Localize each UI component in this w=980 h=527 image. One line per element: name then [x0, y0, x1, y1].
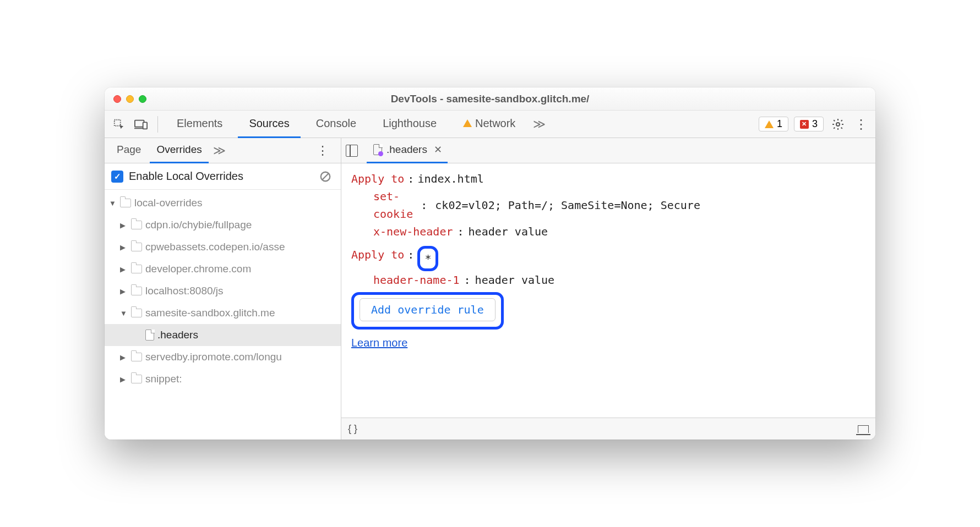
tab-sources[interactable]: Sources: [238, 111, 300, 138]
clear-overrides-icon[interactable]: [317, 168, 334, 185]
settings-gear-icon[interactable]: [829, 116, 847, 133]
tree-folder[interactable]: ▶servedby.ipromote.com/longu: [105, 346, 341, 368]
header-name[interactable]: set- cookie: [373, 188, 413, 223]
navigator-subtabs: Page Overrides ≫ ⋮: [105, 138, 341, 163]
kebab-menu-icon[interactable]: ⋮: [852, 116, 870, 133]
devtools-window: DevTools - samesite-sandbox.glitch.me/ E…: [105, 87, 875, 440]
disclosure-triangle-icon: ▶: [120, 353, 128, 361]
tree-folder[interactable]: ▶cdpn.io/chybie/fullpage: [105, 214, 341, 236]
minimize-window-button[interactable]: [126, 95, 134, 103]
panel-body: Page Overrides ≫ ⋮ ✓ Enable Local Overri…: [105, 138, 875, 440]
header-pair: x-new-header: header value: [351, 223, 865, 240]
header-value[interactable]: header value: [469, 223, 548, 240]
more-subtabs-chevron-icon[interactable]: ≫: [211, 144, 228, 158]
tree-folder[interactable]: ▶cpwebassets.codepen.io/asse: [105, 236, 341, 258]
warnings-badge[interactable]: 1: [759, 117, 788, 131]
subtab-page[interactable]: Page: [110, 138, 148, 163]
file-icon: [145, 330, 154, 341]
header-pair: set- cookie : ck02=vl02; Path=/; SameSit…: [351, 188, 865, 223]
tree-folder[interactable]: ▶developer.chrome.com: [105, 258, 341, 280]
tab-console[interactable]: Console: [305, 111, 367, 138]
tree-file-headers[interactable]: .headers: [105, 324, 341, 346]
toolbar-right: 1 ✕ 3 ⋮: [759, 116, 870, 133]
editor-tab-headers[interactable]: .headers ✕: [367, 138, 448, 163]
header-value[interactable]: header value: [475, 271, 555, 289]
close-window-button[interactable]: [113, 95, 121, 103]
inspect-element-icon[interactable]: [110, 116, 128, 133]
folder-icon: [131, 221, 142, 229]
learn-more-link[interactable]: Learn more: [351, 337, 407, 349]
tree-root[interactable]: ▼ local-overrides: [105, 192, 341, 214]
tree-root-label: local-overrides: [134, 197, 203, 209]
svg-point-3: [836, 123, 840, 126]
apply-to-keyword: Apply to: [351, 246, 404, 264]
toggle-navigator-icon[interactable]: [346, 145, 358, 157]
errors-count: 3: [812, 118, 818, 130]
warning-icon: [765, 120, 774, 128]
tree-folder[interactable]: ▶snippet:: [105, 368, 341, 390]
apply-to-target[interactable]: index.html: [417, 170, 483, 188]
add-override-rule-button[interactable]: Add override rule: [360, 298, 496, 321]
tree-item-label: cdpn.io/chybie/fullpage: [145, 219, 252, 231]
errors-badge[interactable]: ✕ 3: [794, 117, 824, 131]
editor-status-bar: { }: [341, 418, 875, 440]
disclosure-triangle-icon: ▼: [120, 309, 128, 317]
more-tabs-chevron-icon[interactable]: ≫: [531, 117, 548, 131]
editor-tabbar: .headers ✕: [341, 138, 875, 163]
folder-icon: [131, 287, 142, 295]
warning-icon: [463, 119, 472, 127]
tree-item-label: developer.chrome.com: [145, 263, 251, 275]
tab-elements[interactable]: Elements: [166, 111, 233, 138]
separator: [157, 116, 158, 133]
enable-overrides-checkbox[interactable]: ✓: [111, 171, 123, 183]
overrides-tree: ▼ local-overrides ▶cdpn.io/chybie/fullpa…: [105, 190, 341, 440]
folder-icon: [131, 265, 142, 273]
apply-to-row: Apply to: *: [351, 246, 865, 271]
device-toolbar-icon[interactable]: [132, 116, 150, 133]
folder-icon: [120, 199, 131, 207]
folder-icon: [131, 243, 142, 251]
folder-icon: [131, 353, 142, 361]
close-tab-icon[interactable]: ✕: [432, 144, 444, 156]
folder-icon: [131, 309, 142, 317]
apply-to-row: Apply to: index.html: [351, 170, 865, 188]
tree-folder[interactable]: ▼samesite-sandbox.glitch.me: [105, 302, 341, 324]
disclosure-triangle-icon: ▶: [120, 375, 128, 383]
navigator-sidebar: Page Overrides ≫ ⋮ ✓ Enable Local Overri…: [105, 138, 341, 440]
headers-editor-content[interactable]: Apply to: index.html set- cookie : ck02=…: [341, 163, 875, 418]
tree-folder[interactable]: ▶localhost:8080/js: [105, 280, 341, 302]
disclosure-triangle-icon: ▼: [109, 199, 117, 207]
tab-lighthouse[interactable]: Lighthouse: [372, 111, 448, 138]
navigator-kebab-icon[interactable]: ⋮: [310, 144, 335, 158]
tree-item-label: snippet:: [145, 373, 182, 385]
disclosure-triangle-icon: ▶: [120, 221, 128, 229]
header-name[interactable]: x-new-header: [373, 223, 453, 240]
titlebar: DevTools - samesite-sandbox.glitch.me/: [105, 87, 875, 111]
window-title: DevTools - samesite-sandbox.glitch.me/: [105, 93, 875, 105]
file-modified-icon: [373, 144, 382, 155]
error-icon: ✕: [800, 120, 809, 129]
folder-icon: [131, 375, 142, 383]
tree-file-label: .headers: [157, 329, 198, 341]
drawer-toggle-icon[interactable]: [858, 425, 869, 433]
disclosure-triangle-icon: ▶: [120, 287, 128, 295]
disclosure-triangle-icon: ▶: [120, 243, 128, 251]
pretty-print-braces-icon[interactable]: { }: [348, 423, 357, 435]
warnings-count: 1: [777, 118, 782, 130]
disclosure-triangle-icon: ▶: [120, 265, 128, 273]
editor-panel: .headers ✕ Apply to: index.html set- coo…: [341, 138, 875, 440]
enable-overrides-row: ✓ Enable Local Overrides: [105, 163, 341, 190]
header-pair: header-name-1: header value: [351, 271, 865, 289]
zoom-window-button[interactable]: [139, 95, 146, 103]
subtab-overrides[interactable]: Overrides: [150, 138, 208, 163]
apply-to-keyword: Apply to: [351, 170, 404, 188]
tab-network[interactable]: Network: [452, 111, 526, 138]
main-toolbar: Elements Sources Console Lighthouse Netw…: [105, 111, 875, 138]
apply-to-target[interactable]: *: [424, 252, 431, 265]
tab-network-label: Network: [475, 117, 515, 130]
editor-tab-label: .headers: [386, 144, 427, 156]
header-value[interactable]: ck02=vl02; Path=/; SameSite=None; Secure: [435, 196, 700, 214]
highlight-add-rule: Add override rule: [351, 292, 504, 330]
tree-item-label: samesite-sandbox.glitch.me: [145, 307, 275, 319]
header-name[interactable]: header-name-1: [373, 271, 460, 289]
